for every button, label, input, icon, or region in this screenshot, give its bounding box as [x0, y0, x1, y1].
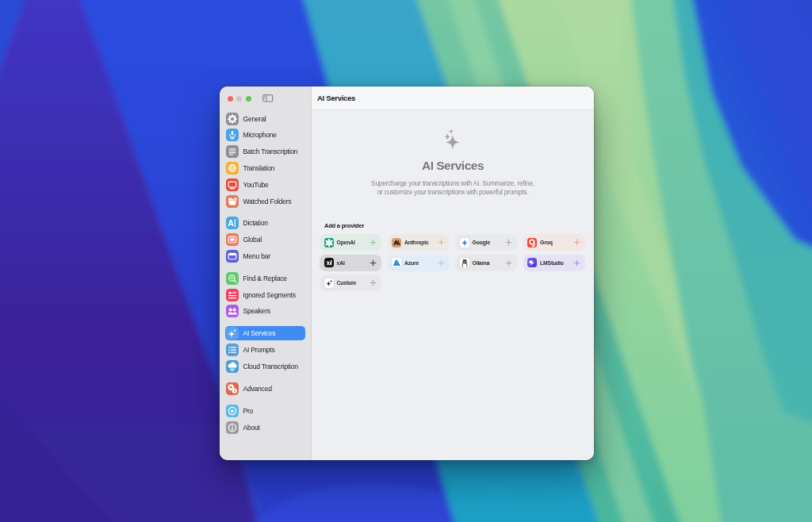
svg-text:A: A	[228, 218, 234, 228]
